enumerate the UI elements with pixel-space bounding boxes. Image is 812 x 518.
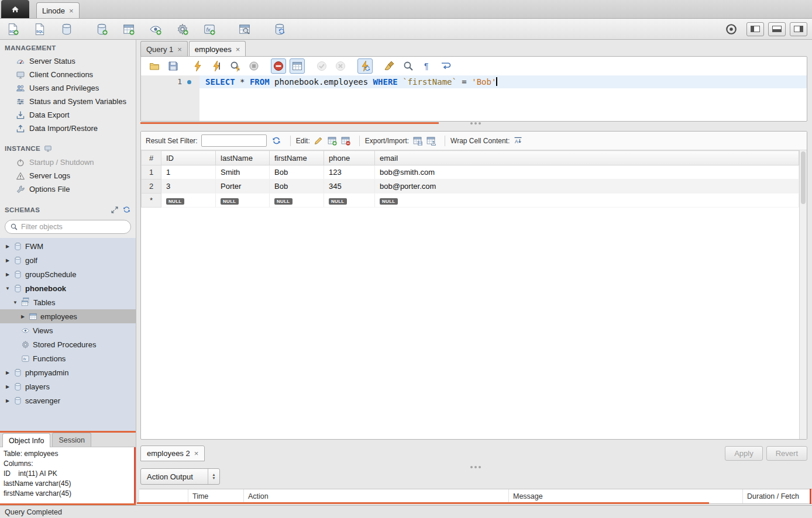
- cell-null[interactable]: NULL: [216, 194, 270, 208]
- sidebar-item-users-privileges[interactable]: Users and Privileges: [0, 81, 136, 95]
- execute-current-icon[interactable]: [209, 58, 224, 74]
- schema-tree-item[interactable]: scavenger: [0, 393, 136, 408]
- sidebar-item-startup-shutdown[interactable]: Startup / Shutdown: [0, 156, 136, 169]
- output-column-message[interactable]: Message: [509, 489, 743, 503]
- chevron-right-icon[interactable]: [5, 370, 11, 375]
- commit-icon[interactable]: [314, 58, 329, 74]
- schema-tree-item-views[interactable]: Views: [0, 323, 136, 337]
- cell-id[interactable]: 1: [161, 165, 216, 179]
- insert-row-icon[interactable]: [327, 136, 337, 146]
- sidebar-item-system-variables[interactable]: Status and System Variables: [0, 95, 136, 108]
- tab-query-1[interactable]: Query 1 ×: [140, 41, 188, 57]
- refresh-schemas-icon[interactable]: [122, 205, 131, 214]
- invisible-characters-icon[interactable]: [419, 58, 435, 74]
- output-column-action[interactable]: Action: [244, 489, 509, 503]
- schema-tree-item[interactable]: phpmyadmin: [0, 365, 136, 379]
- cell-null[interactable]: NULL: [270, 194, 324, 208]
- chevron-down-icon[interactable]: [5, 286, 11, 291]
- refresh-results-icon[interactable]: [271, 136, 281, 146]
- column-header[interactable]: #: [142, 151, 161, 165]
- schema-tree-item[interactable]: players: [0, 379, 136, 393]
- apply-button[interactable]: Apply: [725, 446, 763, 461]
- result-filter-input[interactable]: [201, 134, 267, 147]
- toggle-output-panel-icon[interactable]: [768, 22, 786, 36]
- explain-icon[interactable]: [228, 58, 243, 74]
- find-icon[interactable]: [401, 58, 416, 74]
- sidebar-item-server-logs[interactable]: Server Logs: [0, 169, 136, 182]
- close-icon[interactable]: ×: [69, 7, 74, 15]
- wrap-cell-content-icon[interactable]: [513, 136, 523, 146]
- sidebar-item-client-connections[interactable]: Client Connections: [0, 68, 136, 81]
- reconnect-icon[interactable]: [271, 21, 288, 37]
- sidebar-item-options-file[interactable]: Options File: [0, 182, 136, 196]
- search-data-icon[interactable]: [236, 21, 253, 37]
- import-records-icon[interactable]: [426, 136, 436, 146]
- delete-row-icon[interactable]: [340, 136, 350, 146]
- sidebar-item-server-status[interactable]: Server Status: [0, 54, 136, 68]
- schema-tree-item-functions[interactable]: Functions: [0, 351, 136, 365]
- cell-phone[interactable]: 345: [324, 179, 375, 194]
- create-procedure-icon[interactable]: [174, 21, 191, 37]
- create-table-icon[interactable]: [121, 21, 137, 37]
- chevron-down-icon[interactable]: [12, 300, 18, 305]
- schema-tree-item[interactable]: groupSchedule: [0, 267, 136, 281]
- column-header-id[interactable]: ID: [161, 151, 216, 165]
- horizontal-splitter-handle[interactable]: [468, 122, 483, 125]
- chevron-right-icon[interactable]: [5, 398, 11, 403]
- create-view-icon[interactable]: [147, 21, 164, 37]
- notification-icon[interactable]: [724, 22, 739, 37]
- cell-id[interactable]: 3: [161, 179, 216, 194]
- chevron-right-icon[interactable]: [5, 272, 11, 277]
- schema-tree-item[interactable]: FWM: [0, 239, 136, 253]
- cell-null[interactable]: NULL: [324, 194, 375, 208]
- new-row-placeholder[interactable]: * NULL NULL NULL NULL NULL: [142, 194, 799, 208]
- sidebar-item-data-export[interactable]: Data Export: [0, 108, 136, 122]
- rollback-icon[interactable]: [333, 58, 348, 74]
- home-tab[interactable]: [1, 0, 29, 18]
- cell-phone[interactable]: 123: [324, 165, 375, 179]
- beautify-icon[interactable]: [382, 58, 397, 74]
- edit-record-icon[interactable]: [314, 136, 324, 146]
- toggle-left-sidebar-icon[interactable]: [746, 22, 764, 36]
- close-icon[interactable]: ×: [177, 46, 182, 53]
- toggle-right-sidebar-icon[interactable]: [790, 22, 807, 36]
- schema-tree-item-phonebook[interactable]: phonebook: [0, 281, 136, 295]
- revert-button[interactable]: Revert: [766, 446, 807, 461]
- chevron-right-icon[interactable]: [20, 314, 26, 319]
- chevron-right-icon[interactable]: [5, 244, 11, 249]
- toggle-stop-on-error-icon[interactable]: [271, 58, 286, 74]
- output-column-duration[interactable]: Duration / Fetch: [743, 489, 812, 503]
- output-view-select[interactable]: Action Output ▲▼: [140, 468, 220, 485]
- execute-icon[interactable]: [190, 58, 205, 74]
- cell-lastname[interactable]: Porter: [216, 179, 270, 194]
- cell-email[interactable]: bob@smith.com: [375, 165, 799, 179]
- tab-session[interactable]: Session: [52, 433, 91, 447]
- connection-tab-linode[interactable]: Linode ×: [36, 2, 80, 18]
- stop-icon[interactable]: [246, 58, 262, 74]
- open-script-icon[interactable]: [147, 58, 162, 74]
- table-row[interactable]: 2 3 Porter Bob 345 bob@porter.com: [142, 179, 799, 194]
- vertical-scrollbar[interactable]: [799, 150, 807, 439]
- column-header-lastname[interactable]: lastName: [216, 151, 270, 165]
- create-schema-icon[interactable]: [94, 21, 110, 37]
- code-line-1[interactable]: 1 SELECT * FROM phonebook.employees WHER…: [141, 75, 807, 88]
- cell-email[interactable]: bob@porter.com: [375, 179, 799, 194]
- wrap-text-icon[interactable]: [438, 58, 453, 74]
- sql-text[interactable]: SELECT * FROM phonebook.employees WHERE …: [199, 75, 807, 88]
- new-script-icon[interactable]: [32, 21, 48, 37]
- close-icon[interactable]: ×: [194, 450, 199, 457]
- save-script-icon[interactable]: [166, 58, 181, 74]
- cell-firstname[interactable]: Bob: [270, 165, 324, 179]
- new-query-tab-icon[interactable]: [5, 21, 21, 37]
- export-recordset-icon[interactable]: [412, 136, 422, 146]
- column-header-firstname[interactable]: firstName: [270, 151, 324, 165]
- sidebar-item-data-import[interactable]: Data Import/Restore: [0, 122, 136, 135]
- column-header-email[interactable]: email: [375, 151, 799, 165]
- schema-tree-item-employees[interactable]: employees: [0, 309, 136, 323]
- select-stepper-icon[interactable]: ▲▼: [208, 469, 219, 484]
- cell-null[interactable]: NULL: [161, 194, 216, 208]
- create-function-icon[interactable]: [201, 21, 218, 37]
- schema-tree-item-stored-procedures[interactable]: Stored Procedures: [0, 337, 136, 351]
- expand-schemas-icon[interactable]: [111, 206, 119, 214]
- horizontal-splitter-handle[interactable]: [468, 466, 483, 469]
